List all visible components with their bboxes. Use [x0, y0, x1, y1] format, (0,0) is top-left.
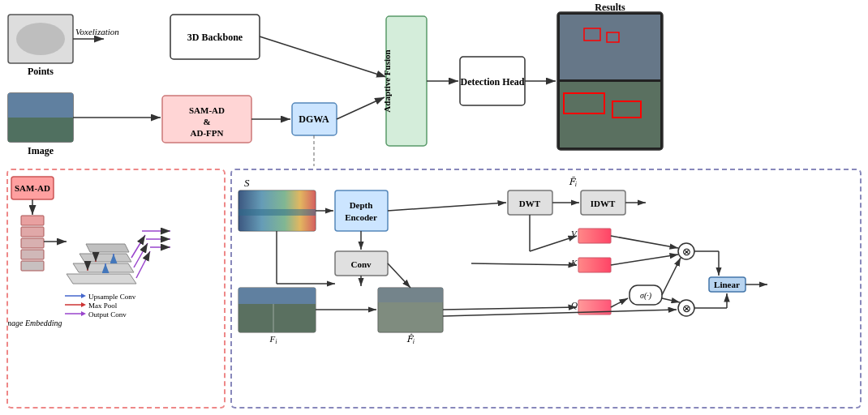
svg-point-3 [16, 23, 65, 55]
svg-text:Adaptive Fusion: Adaptive Fusion [382, 49, 392, 112]
svg-line-121 [611, 255, 678, 265]
svg-rect-44 [21, 250, 44, 259]
svg-line-107 [530, 236, 577, 251]
left-sub-diagram: SAM-AD [6, 169, 226, 409]
svg-text:Upsample Conv: Upsample Conv [88, 293, 136, 301]
svg-rect-35 [612, 101, 641, 118]
svg-line-125 [443, 310, 677, 316]
svg-rect-43 [21, 238, 44, 248]
svg-text:⊗: ⊗ [682, 302, 691, 314]
svg-text:F̂i: F̂i [406, 333, 415, 345]
svg-rect-92 [378, 288, 443, 302]
svg-rect-112 [578, 300, 611, 314]
svg-rect-33 [607, 32, 619, 42]
svg-line-124 [662, 298, 680, 302]
svg-rect-73 [238, 190, 316, 231]
svg-text:Image Embedding: Image Embedding [8, 319, 62, 327]
svg-rect-32 [584, 28, 600, 41]
svg-text:Linear: Linear [714, 280, 740, 289]
svg-line-133 [388, 263, 410, 288]
svg-rect-38 [11, 177, 54, 199]
svg-rect-77 [335, 190, 388, 231]
svg-rect-2 [8, 15, 73, 63]
svg-text:Fi: Fi [269, 334, 277, 345]
svg-rect-130 [709, 277, 746, 292]
right-sub-diagram: S D [230, 169, 862, 409]
top-arrows-svg: Points Image Voxelization 3D Backbone SA… [0, 0, 868, 170]
svg-line-122 [662, 258, 681, 295]
svg-rect-11 [170, 15, 260, 59]
svg-rect-91 [378, 288, 443, 332]
svg-rect-74 [238, 190, 316, 231]
svg-marker-68 [81, 311, 86, 316]
svg-point-116 [678, 243, 694, 259]
svg-rect-29 [557, 12, 663, 150]
svg-text:DGWA: DGWA [299, 113, 329, 125]
svg-line-103 [388, 203, 506, 211]
svg-rect-85 [238, 288, 316, 332]
svg-text:Points: Points [28, 66, 54, 77]
svg-rect-34 [564, 93, 604, 113]
svg-text:SAM-AD: SAM-AD [15, 183, 50, 193]
svg-rect-20 [292, 103, 337, 135]
svg-line-22 [337, 97, 385, 119]
svg-text:σ(·): σ(·) [640, 291, 652, 301]
svg-text:&: & [203, 117, 210, 126]
svg-rect-109 [578, 258, 611, 272]
svg-rect-99 [581, 190, 625, 215]
svg-text:Max Pool: Max Pool [88, 302, 118, 310]
svg-text:⊗: ⊗ [682, 246, 691, 258]
svg-text:K: K [570, 258, 578, 267]
svg-rect-26 [460, 57, 525, 105]
bottom-section: SAM-AD [6, 169, 862, 409]
svg-text:Q: Q [571, 300, 578, 310]
svg-text:IDWT: IDWT [591, 199, 616, 208]
svg-text:Results: Results [595, 2, 625, 13]
svg-rect-45 [21, 261, 44, 271]
svg-line-55 [136, 251, 150, 278]
svg-rect-90 [378, 288, 443, 332]
svg-text:DWT: DWT [519, 199, 541, 208]
svg-text:Conv: Conv [350, 259, 372, 269]
svg-text:AD-FPN: AD-FPN [191, 128, 224, 138]
svg-text:3D Backbone: 3D Backbone [187, 32, 243, 43]
svg-text:V: V [571, 229, 578, 238]
svg-rect-42 [21, 227, 44, 237]
svg-rect-75 [238, 209, 316, 216]
svg-rect-105 [578, 229, 611, 243]
svg-marker-62 [81, 293, 86, 298]
svg-text:Detection Head: Detection Head [461, 76, 525, 88]
svg-marker-49 [79, 254, 131, 262]
main-container: Points Image Voxelization 3D Backbone SA… [0, 0, 868, 415]
svg-rect-30 [560, 15, 660, 79]
left-sub-arrows: SAM-AD [8, 170, 224, 407]
svg-rect-15 [162, 96, 251, 143]
svg-point-118 [678, 300, 694, 316]
svg-rect-41 [21, 216, 44, 225]
svg-rect-7 [8, 118, 73, 142]
svg-text:Encoder: Encoder [345, 212, 377, 222]
svg-rect-83 [335, 251, 388, 276]
svg-rect-86 [238, 288, 316, 332]
svg-line-110 [471, 263, 577, 265]
svg-text:F̃i: F̃i [569, 176, 577, 188]
svg-text:Voxelization: Voxelization [75, 27, 119, 36]
svg-rect-6 [8, 93, 73, 118]
svg-text:S: S [244, 177, 250, 189]
svg-rect-114 [630, 285, 662, 305]
svg-marker-65 [81, 302, 86, 307]
svg-marker-47 [67, 274, 136, 284]
svg-rect-87 [238, 288, 316, 304]
svg-rect-31 [560, 82, 660, 148]
right-sub-arrows: S D [232, 170, 860, 407]
svg-line-123 [611, 298, 628, 307]
svg-rect-5 [8, 93, 73, 142]
svg-line-113 [443, 307, 577, 310]
svg-text:Depth: Depth [350, 200, 373, 210]
svg-line-57 [131, 235, 145, 258]
svg-line-13 [260, 36, 386, 77]
svg-marker-50 [86, 244, 129, 252]
svg-line-56 [134, 243, 148, 267]
svg-text:Image: Image [28, 145, 54, 156]
svg-rect-97 [508, 190, 552, 215]
